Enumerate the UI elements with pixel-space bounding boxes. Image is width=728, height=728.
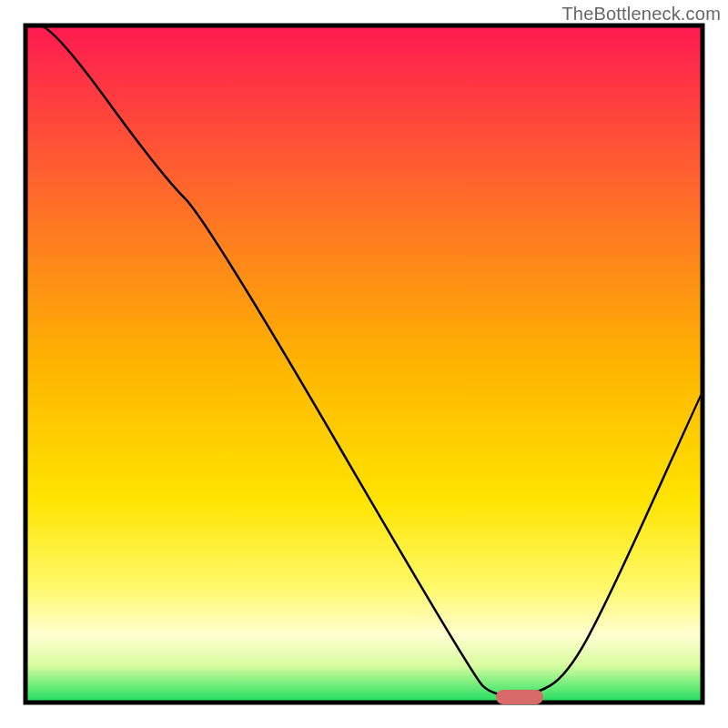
legend-marker	[496, 690, 543, 704]
chart-container: TheBottleneck.com	[0, 0, 728, 728]
bottleneck-chart	[0, 0, 728, 728]
watermark-text: TheBottleneck.com	[561, 4, 721, 25]
